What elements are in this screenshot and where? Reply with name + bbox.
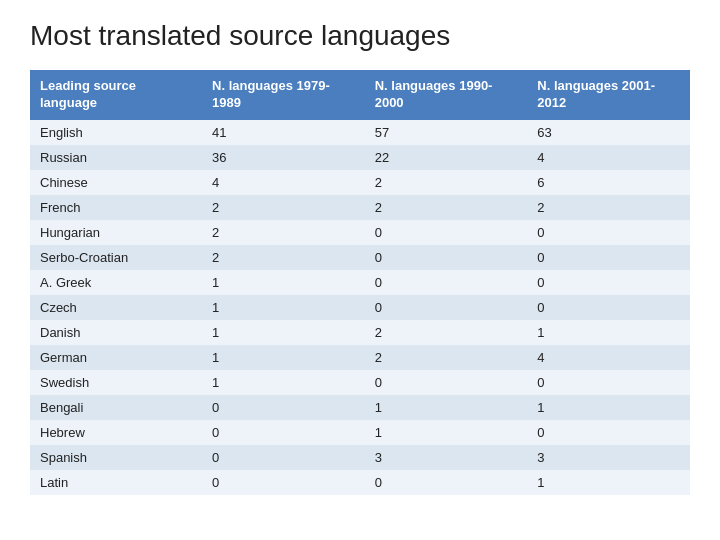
table-row: Czech100 [30,295,690,320]
cell-value: 1 [365,395,528,420]
cell-language: Swedish [30,370,202,395]
cell-value: 2 [527,195,690,220]
table-header-row: Leading source language N. languages 197… [30,70,690,120]
cell-value: 0 [365,270,528,295]
cell-language: Serbo-Croatian [30,245,202,270]
cell-value: 4 [527,145,690,170]
table-row: French222 [30,195,690,220]
cell-value: 1 [202,320,365,345]
table-row: Danish121 [30,320,690,345]
cell-value: 0 [365,470,528,495]
page-container: Most translated source languages Leading… [0,0,720,540]
cell-value: 1 [527,320,690,345]
cell-value: 1 [527,470,690,495]
cell-language: A. Greek [30,270,202,295]
cell-value: 0 [527,420,690,445]
table-row: Spanish033 [30,445,690,470]
table-row: Bengali011 [30,395,690,420]
table-body: English415763Russian36224Chinese426Frenc… [30,120,690,495]
cell-value: 0 [527,295,690,320]
table-row: Chinese426 [30,170,690,195]
col-header-1990: N. languages 1990-2000 [365,70,528,120]
cell-value: 0 [202,445,365,470]
cell-language: Danish [30,320,202,345]
col-header-2001: N. languages 2001-2012 [527,70,690,120]
cell-value: 0 [365,220,528,245]
cell-value: 41 [202,120,365,145]
cell-language: Latin [30,470,202,495]
cell-value: 2 [365,195,528,220]
table-row: Swedish100 [30,370,690,395]
cell-value: 6 [527,170,690,195]
cell-value: 2 [365,320,528,345]
cell-value: 0 [202,420,365,445]
cell-value: 2 [365,345,528,370]
cell-value: 3 [527,445,690,470]
cell-value: 63 [527,120,690,145]
cell-value: 0 [202,395,365,420]
cell-value: 4 [202,170,365,195]
cell-language: Hungarian [30,220,202,245]
col-header-language: Leading source language [30,70,202,120]
cell-value: 1 [202,345,365,370]
page-title: Most translated source languages [30,20,690,52]
table-row: Latin001 [30,470,690,495]
cell-value: 3 [365,445,528,470]
cell-value: 0 [365,370,528,395]
cell-value: 0 [365,295,528,320]
cell-value: 1 [527,395,690,420]
table-row: Serbo-Croatian200 [30,245,690,270]
cell-language: Bengali [30,395,202,420]
cell-language: Hebrew [30,420,202,445]
table-row: German124 [30,345,690,370]
cell-value: 1 [202,295,365,320]
cell-value: 2 [202,195,365,220]
cell-value: 4 [527,345,690,370]
cell-value: 0 [202,470,365,495]
cell-value: 1 [202,270,365,295]
cell-value: 0 [527,245,690,270]
cell-value: 36 [202,145,365,170]
cell-language: Russian [30,145,202,170]
cell-value: 57 [365,120,528,145]
col-header-1979: N. languages 1979-1989 [202,70,365,120]
cell-value: 22 [365,145,528,170]
table-row: Russian36224 [30,145,690,170]
cell-value: 1 [202,370,365,395]
table-row: Hebrew010 [30,420,690,445]
cell-value: 2 [202,245,365,270]
table-row: Hungarian200 [30,220,690,245]
cell-value: 0 [527,220,690,245]
cell-language: Spanish [30,445,202,470]
cell-language: Chinese [30,170,202,195]
cell-value: 0 [365,245,528,270]
cell-value: 2 [365,170,528,195]
cell-value: 0 [527,370,690,395]
cell-value: 1 [365,420,528,445]
cell-language: English [30,120,202,145]
table-row: English415763 [30,120,690,145]
cell-language: French [30,195,202,220]
cell-value: 2 [202,220,365,245]
cell-language: Czech [30,295,202,320]
table-row: A. Greek100 [30,270,690,295]
cell-language: German [30,345,202,370]
languages-table: Leading source language N. languages 197… [30,70,690,495]
cell-value: 0 [527,270,690,295]
